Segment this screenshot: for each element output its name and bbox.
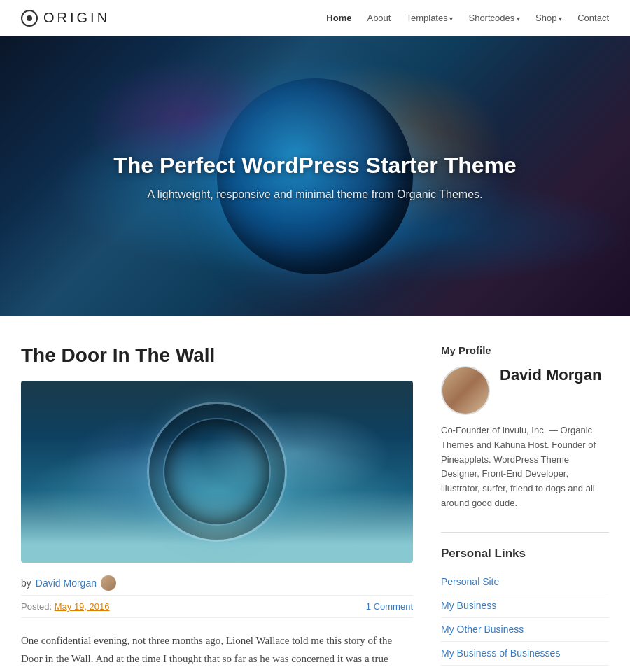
- logo-text: ORIGIN: [43, 10, 110, 26]
- personal-links-list: Personal Site My Business My Other Busin…: [441, 570, 609, 672]
- nav-contact[interactable]: Contact: [578, 13, 609, 23]
- hero-subtitle: A lightweight, responsive and minimal th…: [113, 188, 517, 201]
- post-featured-image[interactable]: [21, 381, 413, 563]
- my-business-link[interactable]: My Business: [441, 600, 496, 611]
- post-paragraph-1: One confidential evening, not three mont…: [21, 632, 413, 672]
- posted-label: Posted:: [21, 601, 52, 612]
- nav-shop[interactable]: Shop: [536, 13, 562, 23]
- profile-avatar: [441, 366, 490, 415]
- profile-name: David Morgan: [500, 366, 601, 384]
- logo-icon: [21, 10, 38, 27]
- sidebar-divider: [441, 532, 609, 533]
- profile-box: David Morgan: [441, 366, 609, 415]
- my-business-of-businesses-link[interactable]: My Business of Businesses: [441, 648, 560, 659]
- corridor-visual: [147, 402, 287, 542]
- hero-section: The Perfect WordPress Starter Theme A li…: [0, 36, 630, 316]
- nav-templates[interactable]: Templates: [406, 13, 453, 23]
- personal-links-title: Personal Links: [441, 547, 609, 561]
- comment-link[interactable]: 1 Comment: [366, 601, 413, 612]
- author-link[interactable]: David Morgan: [36, 578, 97, 589]
- post-date[interactable]: May 19, 2016: [55, 601, 110, 612]
- nav-home[interactable]: Home: [326, 13, 351, 23]
- nav-shortcodes[interactable]: Shortcodes: [468, 13, 520, 23]
- main-content: The Door In The Wall by David Morgan Pos…: [0, 316, 630, 672]
- profile-bio: Co-Founder of Invulu, Inc. — Organic The…: [441, 424, 609, 511]
- nav-links: Home About Templates Shortcodes Shop Con…: [326, 13, 609, 23]
- profile-section-title: My Profile: [441, 344, 609, 356]
- list-item: My Business: [441, 594, 609, 618]
- list-item: Personal Site: [441, 570, 609, 594]
- nav-about[interactable]: About: [367, 13, 391, 23]
- post-date-meta: Posted: May 19, 2016 1 Comment: [21, 595, 413, 618]
- by-label: by: [21, 578, 31, 589]
- hero-title: The Perfect WordPress Starter Theme: [113, 153, 517, 178]
- author-avatar-small: [101, 575, 116, 591]
- sidebar: My Profile David Morgan Co-Founder of In…: [441, 344, 609, 672]
- personal-links-section: Personal Links Personal Site My Business…: [441, 547, 609, 672]
- site-logo[interactable]: ORIGIN: [21, 10, 110, 27]
- list-item: GivingPress: [441, 666, 609, 672]
- navbar: ORIGIN Home About Templates Shortcodes S…: [0, 0, 630, 36]
- profile-section: My Profile David Morgan Co-Founder of In…: [441, 344, 609, 511]
- post-author-meta: by David Morgan: [21, 575, 413, 591]
- post-title: The Door In The Wall: [21, 344, 413, 367]
- list-item: My Business of Businesses: [441, 642, 609, 666]
- primary-content: The Door In The Wall by David Morgan Pos…: [21, 344, 441, 672]
- list-item: My Other Business: [441, 618, 609, 642]
- hero-content: The Perfect WordPress Starter Theme A li…: [99, 139, 531, 215]
- personal-site-link[interactable]: Personal Site: [441, 576, 499, 587]
- post-body: One confidential evening, not three mont…: [21, 632, 413, 672]
- post-image-inner: [21, 381, 413, 563]
- posted-date: Posted: May 19, 2016: [21, 601, 110, 612]
- my-other-business-link[interactable]: My Other Business: [441, 624, 524, 635]
